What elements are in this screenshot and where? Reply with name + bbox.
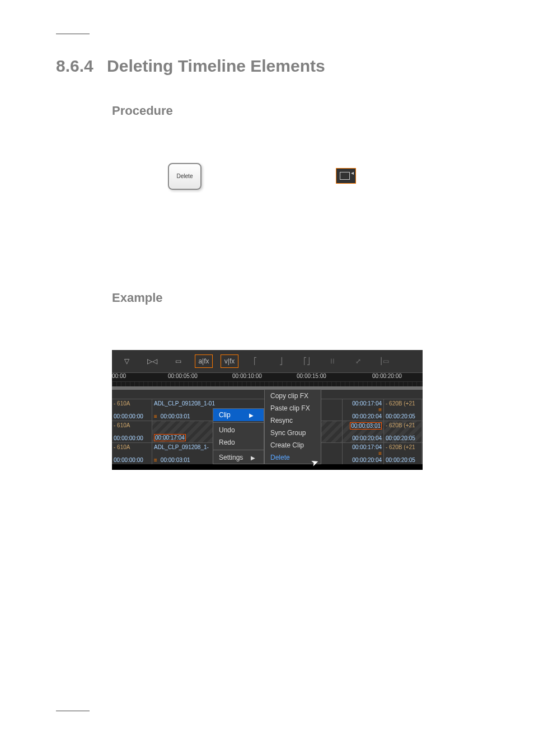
clip-tc3: 00:00:20:05 xyxy=(386,413,420,419)
clip-end-tc: 00:00:17:04 xyxy=(344,400,382,407)
dropdown-icon[interactable]: ▽ xyxy=(118,354,135,368)
clip-name-right: - 620B (+21 xyxy=(386,400,420,407)
timeline-screenshot: ▽▷◁▭a|fxv|fx⎡⎦⎡⎦⁞⁞⤢⎮▭ 00:0000:00:05:0000… xyxy=(112,350,423,470)
clip-cell-right-b[interactable]: - 620B (+21 00:00:20:05 xyxy=(384,399,422,421)
track-start-tc: 00:00:00:00 xyxy=(114,457,150,463)
bottom-rule xyxy=(56,711,90,711)
track-name: - 610A xyxy=(114,444,150,450)
menu-item-undo[interactable]: Undo xyxy=(213,424,264,436)
tracks-bottom-bar xyxy=(112,464,423,470)
clip-cell-right-a[interactable]: 00:00:17:04 ≡ 00:00:20:04 xyxy=(343,443,384,464)
grip-icon: ≡ xyxy=(378,408,382,412)
clip-tc2: 00:00:20:04 xyxy=(344,457,382,463)
clip-name-right: - 620B (+21 xyxy=(386,444,420,450)
section-heading: 8.6.4 Deleting Timeline Elements xyxy=(56,57,478,76)
monitor-icon[interactable]: ▭ xyxy=(169,354,187,368)
clip-name-right: - 620B (+21 xyxy=(386,422,420,428)
bracket-right-icon[interactable]: ⎦ xyxy=(272,354,290,368)
submenu-item-sync-group[interactable]: Sync Group xyxy=(265,427,321,439)
clip-tc-selected: 00:00:03:01 xyxy=(350,422,382,430)
ruler-tick: 00:00 xyxy=(112,373,126,379)
brackets-icon[interactable]: ⎡⎦ xyxy=(298,354,316,368)
track-start-tc: 00:00:00:00 xyxy=(114,413,150,419)
track-label-cell[interactable]: - 610A 00:00:00:00 xyxy=(112,443,152,464)
track-start-tc: 00:00:00:00 xyxy=(114,435,150,441)
audio-fx-button[interactable]: a|fx xyxy=(195,354,213,368)
section-number: 8.6.4 xyxy=(56,57,93,75)
clip-start-tc: 00:00:03:01 xyxy=(161,413,190,419)
top-rule xyxy=(56,34,90,34)
example-heading: Example xyxy=(112,291,478,305)
timeline-toolbar: ▽▷◁▭a|fxv|fx⎡⎦⎡⎦⁞⁞⤢⎮▭ xyxy=(112,350,423,372)
menu-item-label: Undo xyxy=(219,426,235,434)
ruler-tick: 00:00:20:00 xyxy=(372,373,402,379)
grip-icon: ≡ xyxy=(154,414,157,419)
cut-icon[interactable]: ⎮▭ xyxy=(375,354,393,368)
grip-icon: ≡ xyxy=(154,458,157,463)
ruler-tick: 00:00:15:00 xyxy=(297,373,326,379)
clip-tc2: 00:00:20:04 xyxy=(344,435,382,441)
dotted-brackets-icon[interactable]: ⁞⁞ xyxy=(324,354,341,368)
menu-separator xyxy=(213,422,264,423)
section-title: Deleting Timeline Elements xyxy=(107,57,325,75)
track-label-cell[interactable]: - 610A 00:00:00:00 xyxy=(112,399,152,421)
delete-key-graphic: Delete xyxy=(168,163,202,190)
clip-tc3: 00:00:20:05 xyxy=(386,435,420,441)
grip-icon: ≡ xyxy=(378,451,382,456)
clip-name: ADL_CLP_091208_1-01 xyxy=(154,400,340,407)
clip-end-tc: 00:00:17:04 xyxy=(344,444,382,450)
clip-tc3: 00:00:20:05 xyxy=(386,457,420,463)
ruler-tick: 00:00:05:00 xyxy=(168,373,198,379)
clip-name: ADL_CLP_091208_1- xyxy=(154,444,340,450)
clip-cell-right-a[interactable]: 00:00:17:04 ≡ 00:00:20:04 xyxy=(343,399,384,421)
clip-tc-selected: 00:00:17:04 xyxy=(154,434,186,441)
video-fx-button[interactable]: v|fx xyxy=(221,354,238,368)
monitor-mode-icon[interactable] xyxy=(336,168,356,184)
bracket-left-icon[interactable]: ⎡ xyxy=(246,354,264,368)
clip-tc2: 00:00:20:04 xyxy=(344,413,382,419)
ruler-tick: 00:00:10:00 xyxy=(232,373,262,379)
timeline-ruler[interactable]: 00:0000:00:05:0000:00:10:0000:00:15:0000… xyxy=(112,372,423,386)
track-name: - 610A xyxy=(114,422,150,428)
clip-start-tc: 00:00:03:01 xyxy=(161,457,190,463)
expand-icon[interactable]: ⤢ xyxy=(349,354,367,368)
clip-cell-right-b[interactable]: - 620B (+21 00:00:20:05 xyxy=(384,443,422,464)
range-icon[interactable]: ▷◁ xyxy=(143,354,161,368)
track-label-cell[interactable]: - 610A 00:00:00:00 xyxy=(112,421,152,442)
track-name: - 610A xyxy=(114,400,150,407)
procedure-heading: Procedure xyxy=(112,104,478,118)
clip-cell-right-b[interactable]: - 620B (+21 00:00:20:05 xyxy=(384,421,422,442)
clip-cell-right-a[interactable]: 00:00:03:01 00:00:20:04 xyxy=(343,421,384,442)
